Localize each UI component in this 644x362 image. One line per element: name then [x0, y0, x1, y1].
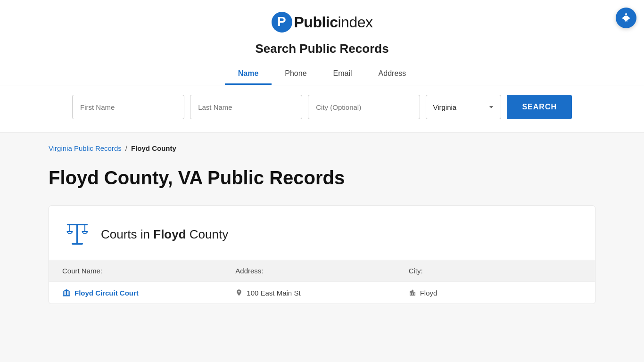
- svg-rect-5: [67, 224, 88, 225]
- court-address: 100 East Main St: [235, 289, 408, 297]
- svg-text:P: P: [277, 14, 286, 29]
- main-content: Virginia Public Records / Floyd County F…: [30, 133, 614, 334]
- breadcrumb-separator: /: [125, 144, 127, 152]
- courts-section: Courts in Floyd County Court Name: Addre…: [49, 206, 595, 304]
- logo-public: Public: [294, 14, 338, 31]
- courts-county-name: Floyd: [153, 227, 186, 241]
- courts-title-prefix: Courts in: [101, 227, 153, 241]
- logo-text: Publicindex: [294, 14, 372, 31]
- courts-title-suffix: County: [186, 227, 229, 241]
- court-name-link[interactable]: Floyd Circuit Court: [62, 288, 235, 297]
- search-bar-area: Virginia Alabama Alaska Arizona Arkansas…: [0, 85, 644, 133]
- city-input[interactable]: [308, 95, 420, 119]
- city-icon: [409, 289, 416, 296]
- first-name-input[interactable]: [72, 95, 184, 119]
- court-name-text: Floyd Circuit Court: [74, 289, 139, 297]
- svg-rect-4: [72, 243, 83, 245]
- search-form: Virginia Alabama Alaska Arizona Arkansas…: [63, 95, 581, 119]
- svg-rect-12: [63, 291, 64, 295]
- tab-address[interactable]: Address: [365, 65, 420, 85]
- search-tabs: Name Phone Email Address: [225, 65, 420, 85]
- court-city: Floyd: [409, 289, 582, 297]
- state-select[interactable]: Virginia Alabama Alaska Arizona Arkansas…: [426, 95, 501, 119]
- tab-phone[interactable]: Phone: [272, 65, 320, 85]
- header-city: City:: [409, 267, 582, 275]
- svg-rect-13: [69, 291, 70, 295]
- svg-rect-3: [76, 224, 78, 244]
- logo-index: index: [338, 14, 373, 31]
- site-header: P Publicindex Search Public Records Name…: [0, 0, 644, 85]
- logo-icon: P: [271, 11, 293, 33]
- svg-point-0: [625, 13, 627, 15]
- header-address: Address:: [235, 267, 408, 275]
- page-title: Search Public Records: [255, 41, 388, 56]
- table-row: Floyd Circuit Court 100 East Main St Flo…: [49, 281, 595, 304]
- courts-section-title: Courts in Floyd County: [101, 227, 228, 242]
- svg-marker-14: [63, 289, 70, 292]
- address-icon: [235, 289, 243, 296]
- breadcrumb-current: Floyd County: [131, 144, 176, 152]
- tab-name[interactable]: Name: [225, 65, 272, 85]
- svg-rect-11: [66, 291, 67, 295]
- tab-email[interactable]: Email: [320, 65, 365, 85]
- county-heading: Floyd County, VA Public Records: [49, 167, 595, 189]
- court-row-icon: [62, 288, 71, 297]
- court-address-text: 100 East Main St: [247, 289, 300, 297]
- courts-section-header: Courts in Floyd County: [49, 206, 595, 260]
- last-name-input[interactable]: [190, 95, 302, 119]
- svg-rect-10: [63, 295, 70, 296]
- accessibility-button[interactable]: [616, 8, 636, 28]
- search-button[interactable]: SEARCH: [507, 95, 572, 119]
- logo[interactable]: P Publicindex: [271, 11, 372, 33]
- courts-icon: [62, 219, 92, 249]
- breadcrumb-link[interactable]: Virginia Public Records: [49, 144, 122, 152]
- courts-table-header: Court Name: Address: City:: [49, 260, 595, 281]
- breadcrumb: Virginia Public Records / Floyd County: [49, 144, 595, 152]
- court-city-text: Floyd: [420, 289, 438, 297]
- header-court-name: Court Name:: [62, 267, 235, 275]
